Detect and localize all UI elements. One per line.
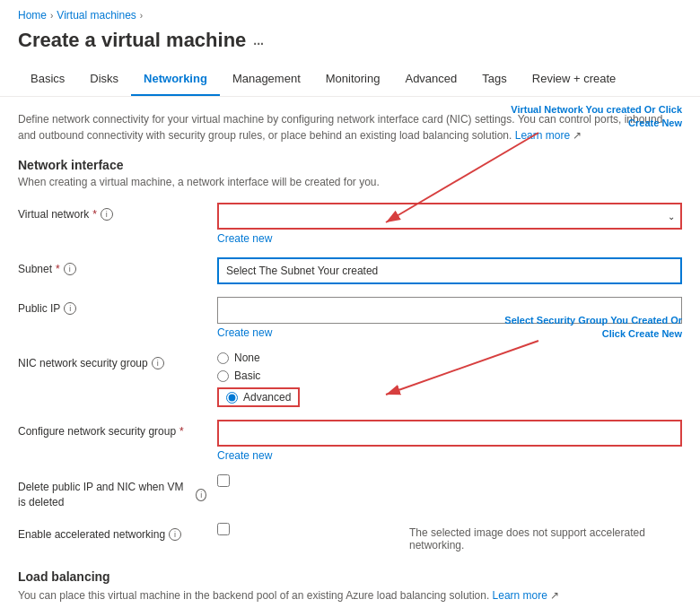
page-title: Create a virtual machine xyxy=(18,29,246,52)
radio-none[interactable]: None xyxy=(217,352,682,364)
delete-public-ip-checkbox[interactable] xyxy=(217,474,230,487)
configure-security-label: Configure network security group * xyxy=(18,420,206,438)
radio-advanced-label: Advanced xyxy=(243,391,291,404)
nic-security-group-row: NIC network security group i None Basic xyxy=(18,352,682,407)
public-ip-info-icon[interactable]: i xyxy=(64,302,76,315)
vnet-control: ⌄ Create new xyxy=(217,203,682,245)
subnet-required: * xyxy=(56,263,60,275)
tab-basics[interactable]: Basics xyxy=(18,63,77,96)
configure-security-create-new[interactable]: Create new xyxy=(217,449,682,462)
nic-security-radio-group: None Basic Advanced xyxy=(217,352,682,407)
tab-advanced[interactable]: Advanced xyxy=(392,63,469,96)
load-balancing-section: Load balancing You can place this virtua… xyxy=(18,569,682,604)
load-balancing-desc: You can place this virtual machine in th… xyxy=(18,587,682,604)
radio-advanced[interactable]: Advanced xyxy=(217,387,300,407)
vnet-label: Virtual network * i xyxy=(18,203,206,221)
learn-more-link-lb[interactable]: Learn more xyxy=(493,589,547,602)
annotation-top-right: Virtual Network You created Or Click Cre… xyxy=(503,103,682,131)
accelerated-networking-control: The selected image does not support acce… xyxy=(217,523,682,552)
radio-basic-input[interactable] xyxy=(217,370,229,382)
vnet-row: Virtual network * i ⌄ Create new xyxy=(18,203,682,245)
subnet-input[interactable] xyxy=(217,257,682,284)
vnet-select[interactable] xyxy=(217,203,682,230)
tab-bar: Basics Disks Networking Management Monit… xyxy=(0,63,700,97)
main-content: Define network connectivity for your vir… xyxy=(0,97,700,608)
acceleration-note: The selected image does not support acce… xyxy=(409,526,682,552)
section-desc-network: When creating a virtual machine, a netwo… xyxy=(18,176,682,188)
accelerated-networking-checkbox-label[interactable] xyxy=(217,523,230,535)
public-ip-label: Public IP i xyxy=(18,297,206,315)
section-title-network: Network interface xyxy=(18,158,682,172)
breadcrumb-sep-2: › xyxy=(140,11,143,21)
delete-public-ip-info-icon[interactable]: i xyxy=(196,489,206,501)
tab-management[interactable]: Management xyxy=(220,63,313,96)
radio-none-label: None xyxy=(234,352,260,364)
radio-basic[interactable]: Basic xyxy=(217,369,682,382)
network-interface-section: Network interface When creating a virtua… xyxy=(18,158,682,552)
tab-networking[interactable]: Networking xyxy=(131,63,220,96)
breadcrumb: Home › Virtual machines › xyxy=(0,0,700,25)
breadcrumb-vms[interactable]: Virtual machines xyxy=(57,9,136,22)
tab-review[interactable]: Review + create xyxy=(520,63,629,96)
vnet-create-new[interactable]: Create new xyxy=(217,232,682,245)
radio-advanced-input[interactable] xyxy=(226,392,238,404)
accelerated-networking-row: Enable accelerated networking i The sele… xyxy=(18,523,682,552)
radio-basic-label: Basic xyxy=(234,369,260,382)
load-balancing-title: Load balancing xyxy=(18,569,682,584)
subnet-info-icon[interactable]: i xyxy=(64,263,76,275)
vnet-info-icon[interactable]: i xyxy=(101,208,113,221)
tab-tags[interactable]: Tags xyxy=(469,63,519,96)
vnet-select-wrapper: ⌄ xyxy=(217,203,682,230)
tab-disks[interactable]: Disks xyxy=(77,63,131,96)
page-title-ellipsis[interactable]: ... xyxy=(253,33,264,48)
subnet-label: Subnet * i xyxy=(18,257,206,275)
breadcrumb-sep-1: › xyxy=(50,11,53,21)
accelerated-networking-checkbox[interactable] xyxy=(217,523,230,535)
subnet-control xyxy=(217,257,682,284)
tab-monitoring[interactable]: Monitoring xyxy=(313,63,393,96)
learn-more-link-top[interactable]: Learn more xyxy=(515,129,570,142)
delete-public-ip-label: Delete public IP and NIC when VM is dele… xyxy=(18,474,206,510)
annotation-security-right: Select Security Group You Created Or Cli… xyxy=(503,314,682,342)
subnet-row: Subnet * i xyxy=(18,257,682,284)
configure-security-control: Create new xyxy=(217,420,682,462)
nic-security-group-control: None Basic Advanced xyxy=(217,352,682,407)
radio-none-input[interactable] xyxy=(217,352,229,364)
delete-public-ip-checkbox-label[interactable] xyxy=(217,474,682,487)
configure-security-input[interactable] xyxy=(217,420,682,447)
nic-security-info-icon[interactable]: i xyxy=(152,357,164,369)
accelerated-networking-label: Enable accelerated networking i xyxy=(18,523,206,541)
configure-security-required: * xyxy=(179,425,184,438)
delete-public-ip-row: Delete public IP and NIC when VM is dele… xyxy=(18,474,682,510)
breadcrumb-home[interactable]: Home xyxy=(18,9,47,22)
accelerated-networking-info-icon[interactable]: i xyxy=(169,528,181,541)
configure-security-row: Configure network security group * Creat… xyxy=(18,420,682,462)
nic-security-group-label: NIC network security group i xyxy=(18,352,206,369)
delete-public-ip-control xyxy=(217,474,682,487)
page-title-row: Create a virtual machine ... xyxy=(0,25,700,63)
vnet-required: * xyxy=(92,208,97,221)
